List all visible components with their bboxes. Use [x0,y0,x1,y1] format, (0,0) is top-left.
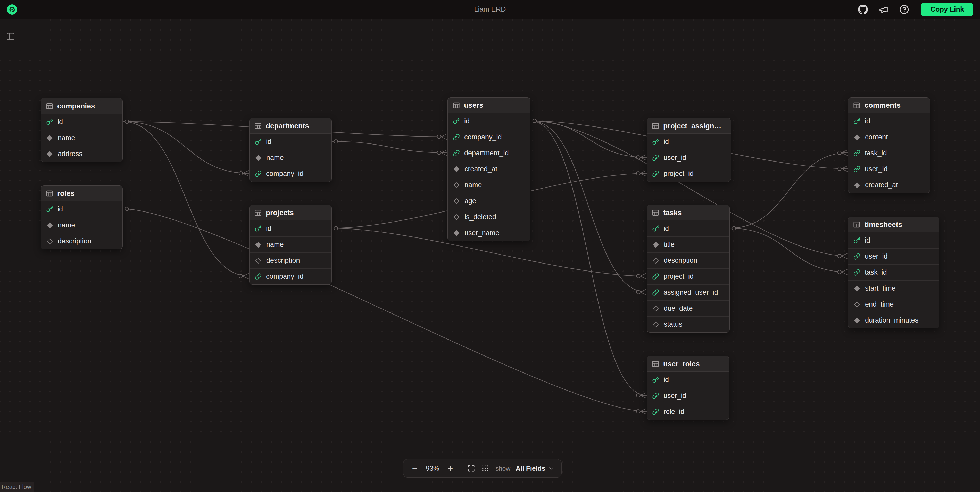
column-users-company_id[interactable]: company_id [448,129,530,145]
column-roles-description[interactable]: description [41,233,123,249]
column-companies-address[interactable]: address [41,146,123,162]
column-projects-name[interactable]: name [250,236,331,252]
column-timesheets-start_time[interactable]: start_time [848,280,939,296]
table-header-projects[interactable]: projects [250,205,331,221]
table-comments[interactable]: commentsidcontenttask_iduser_idcreated_a… [848,97,930,193]
fields-filter-dropdown[interactable]: All Fields [514,465,556,473]
edge-departments.id-users.department_id [332,140,447,156]
table-header-departments[interactable]: departments [250,118,331,134]
column-users-id[interactable]: id [448,113,530,129]
table-users[interactable]: usersidcompany_iddepartment_idcreated_at… [447,97,530,241]
column-user_roles-role_id[interactable]: role_id [647,404,729,420]
column-companies-id[interactable]: id [41,114,123,130]
table-header-comments[interactable]: comments [848,98,930,113]
table-departments[interactable]: departmentsidnamecompany_id [249,118,332,182]
table-timesheets[interactable]: timesheetsiduser_idtask_idstart_timeend_… [848,217,939,329]
column-departments-company_id[interactable]: company_id [250,166,331,182]
table-header-timesheets[interactable]: timesheets [848,217,939,232]
column-companies-name[interactable]: name [41,130,123,146]
table-project_assignments[interactable]: project_assignme…iduser_idproject_id [647,118,731,182]
table-icon [853,102,861,109]
erd-canvas[interactable]: companiesidnameaddressrolesidnamedescrip… [0,0,980,492]
column-tasks-due_date[interactable]: due_date [647,300,729,316]
fit-view-icon[interactable] [465,462,477,475]
column-name: description [58,237,92,245]
column-project_assignments-id[interactable]: id [647,134,731,150]
column-name: status [664,321,682,329]
table-header-user_roles[interactable]: user_roles [647,356,729,372]
column-departments-name[interactable]: name [250,150,331,166]
foreign-key-link-icon [453,134,460,141]
column-tasks-description[interactable]: description [647,252,729,268]
table-user_roles[interactable]: user_rolesiduser_idrole_id [647,356,729,420]
table-header-project_assignments[interactable]: project_assignme… [647,118,731,134]
megaphone-icon[interactable] [878,3,889,16]
column-users-is_deleted[interactable]: is_deleted [448,209,530,225]
column-departments-id[interactable]: id [250,134,331,150]
column-name: content [865,133,888,141]
column-roles-name[interactable]: name [41,217,123,233]
column-tasks-status[interactable]: status [647,316,729,332]
column-timesheets-task_id[interactable]: task_id [848,264,939,280]
column-users-name[interactable]: name [448,177,530,193]
table-header-tasks[interactable]: tasks [647,205,729,221]
not-null-diamond-icon [453,167,460,171]
column-tasks-project_id[interactable]: project_id [647,268,729,284]
primary-key-icon [652,138,659,145]
column-timesheets-end_time[interactable]: end_time [848,296,939,312]
primary-key-icon [453,118,460,125]
table-header-roles[interactable]: roles [41,186,123,201]
column-name: role_id [663,408,684,416]
edge-tasks.id-comments.task_id [730,150,848,230]
column-comments-task_id[interactable]: task_id [848,145,930,161]
edge-users.id-project_assignments.user_id [530,119,647,160]
table-projects[interactable]: projectsidnamedescriptioncompany_id [249,205,332,285]
column-timesheets-user_id[interactable]: user_id [848,248,939,264]
column-projects-id[interactable]: id [250,221,331,236]
column-tasks-assigned_user_id[interactable]: assigned_user_id [647,284,729,300]
column-name: department_id [464,149,509,157]
sidebar-toggle-icon[interactable] [5,30,16,42]
nullable-diamond-icon [652,306,659,311]
table-tasks[interactable]: tasksidtitledescriptionproject_idassigne… [647,205,730,333]
table-companies[interactable]: companiesidnameaddress [41,98,123,162]
table-roles[interactable]: rolesidnamedescription [41,186,123,249]
github-icon[interactable] [857,3,869,16]
column-name: name [266,241,284,249]
column-timesheets-id[interactable]: id [848,232,939,248]
copy-link-button[interactable]: Copy Link [921,3,973,16]
table-header-companies[interactable]: companies [41,98,123,114]
column-comments-id[interactable]: id [848,113,930,129]
column-users-department_id[interactable]: department_id [448,145,530,161]
column-tasks-title[interactable]: title [647,236,729,252]
column-timesheets-duration_minutes[interactable]: duration_minutes [848,312,939,328]
table-header-users[interactable]: users [448,98,530,113]
column-project_assignments-user_id[interactable]: user_id [647,150,731,166]
column-projects-company_id[interactable]: company_id [250,268,331,284]
column-comments-content[interactable]: content [848,129,930,145]
liam-logo[interactable] [7,4,18,15]
table-icon [46,102,53,110]
column-users-created_at[interactable]: created_at [448,161,530,177]
table-name: departments [266,122,309,130]
foreign-key-link-icon [853,253,861,260]
column-name: id [865,117,870,125]
zoom-out-button[interactable]: − [409,462,421,475]
column-name: task_id [865,268,887,276]
column-comments-user_id[interactable]: user_id [848,161,930,177]
column-project_assignments-project_id[interactable]: project_id [647,166,731,182]
column-name: is_deleted [465,213,496,221]
column-user_roles-user_id[interactable]: user_id [647,388,729,404]
help-icon[interactable] [898,3,910,16]
column-roles-id[interactable]: id [41,201,123,217]
column-comments-created_at[interactable]: created_at [848,177,930,193]
column-projects-description[interactable]: description [250,252,331,268]
react-flow-attribution[interactable]: React Flow [0,482,34,492]
column-users-user_name[interactable]: user_name [448,225,530,241]
zoom-in-button[interactable]: + [444,462,457,475]
column-user_roles-id[interactable]: id [647,372,729,388]
tidy-up-icon[interactable] [479,462,491,475]
column-tasks-id[interactable]: id [647,221,729,236]
column-users-age[interactable]: age [448,193,530,209]
column-name: project_id [663,273,694,281]
